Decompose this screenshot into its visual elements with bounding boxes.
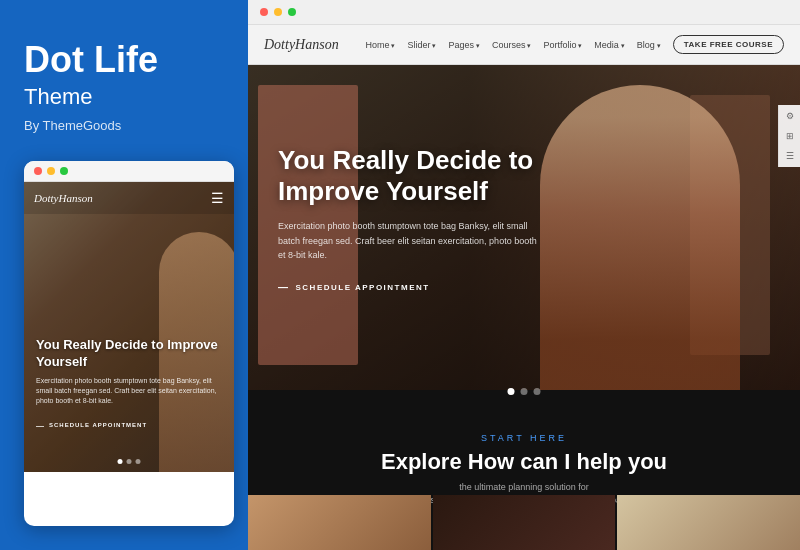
hero-dot-1[interactable] (508, 388, 515, 395)
thumb-row (248, 495, 800, 550)
mobile-dot-2 (127, 459, 132, 464)
theme-subtitle: Theme (24, 84, 92, 110)
settings-icon[interactable]: ⚙ (783, 109, 797, 123)
hero-dots (508, 388, 541, 395)
desktop-nav: DottyHanson Home Slider Pages Courses Po… (248, 25, 800, 65)
nav-portfolio[interactable]: Portfolio (543, 40, 582, 50)
theme-title: Dot Life (24, 40, 158, 80)
desktop-logo: DottyHanson (264, 37, 339, 53)
desktop-hero-text: You Really Decide to Improve Yourself Ex… (278, 145, 538, 295)
explore-title: Explore How can I help you (381, 449, 667, 475)
mobile-content: DottyHanson ☰ You Really Decide to Impro… (24, 182, 234, 526)
mobile-dot-3 (136, 459, 141, 464)
right-panel: DottyHanson Home Slider Pages Courses Po… (248, 0, 800, 550)
mobile-nav: DottyHanson ☰ (24, 182, 234, 214)
mobile-hero-heading: You Really Decide to Improve Yourself (36, 337, 222, 371)
desktop-nav-links: Home Slider Pages Courses Portfolio Medi… (365, 35, 784, 54)
nav-pages[interactable]: Pages (448, 40, 479, 50)
desktop-browser-bar (248, 0, 800, 25)
take-course-button[interactable]: TAKE FREE COURSE (673, 35, 784, 54)
desktop-bottom: START HERE Explore How can I help you th… (248, 390, 800, 550)
nav-media[interactable]: Media (594, 40, 624, 50)
grid-icon[interactable]: ⊞ (783, 129, 797, 143)
mobile-cta[interactable]: SCHEDULE APPOINTMENT (36, 421, 147, 430)
dot-green (60, 167, 68, 175)
start-here-label: START HERE (481, 433, 567, 443)
mobile-browser-bar (24, 161, 234, 182)
desktop-hero-heading: You Really Decide to Improve Yourself (278, 145, 538, 207)
hero-dot-2[interactable] (521, 388, 528, 395)
explore-sub-1: the ultimate planning solution for (459, 482, 589, 492)
desktop-content: DottyHanson Home Slider Pages Courses Po… (248, 25, 800, 550)
person-desktop (540, 85, 740, 405)
thumb-1 (248, 495, 431, 550)
by-line: By ThemeGoods (24, 118, 121, 133)
desktop-sidebar-icons: ⚙ ⊞ ☰ (778, 105, 800, 167)
list-icon[interactable]: ☰ (783, 149, 797, 163)
nav-blog[interactable]: Blog (637, 40, 661, 50)
desktop-hero: You Really Decide to Improve Yourself Ex… (248, 65, 800, 405)
dot-red (34, 167, 42, 175)
desktop-dot-green (288, 8, 296, 16)
thumb-2 (433, 495, 616, 550)
desktop-hero-body: Exercitation photo booth stumptown tote … (278, 219, 538, 262)
mobile-hero: You Really Decide to Improve Yourself Ex… (24, 182, 234, 472)
mobile-logo: DottyHanson (34, 192, 93, 204)
mobile-preview: DottyHanson ☰ You Really Decide to Impro… (24, 161, 234, 526)
mobile-dots (118, 459, 141, 464)
desktop-dot-red (260, 8, 268, 16)
desktop-dot-yellow (274, 8, 282, 16)
mobile-dot-1 (118, 459, 123, 464)
nav-home[interactable]: Home (365, 40, 395, 50)
desktop-hero-cta[interactable]: SCHEDULE APPOINTMENT (278, 282, 430, 293)
thumb-3 (617, 495, 800, 550)
nav-courses[interactable]: Courses (492, 40, 531, 50)
mobile-hero-text: You Really Decide to Improve Yourself Ex… (36, 337, 222, 431)
hero-dot-3[interactable] (534, 388, 541, 395)
hamburger-icon[interactable]: ☰ (211, 190, 224, 206)
left-panel: Dot Life Theme By ThemeGoods DottyHanson… (0, 0, 248, 550)
mobile-hero-body: Exercitation photo booth stumptown tote … (36, 376, 222, 405)
nav-slider[interactable]: Slider (407, 40, 436, 50)
dot-yellow (47, 167, 55, 175)
